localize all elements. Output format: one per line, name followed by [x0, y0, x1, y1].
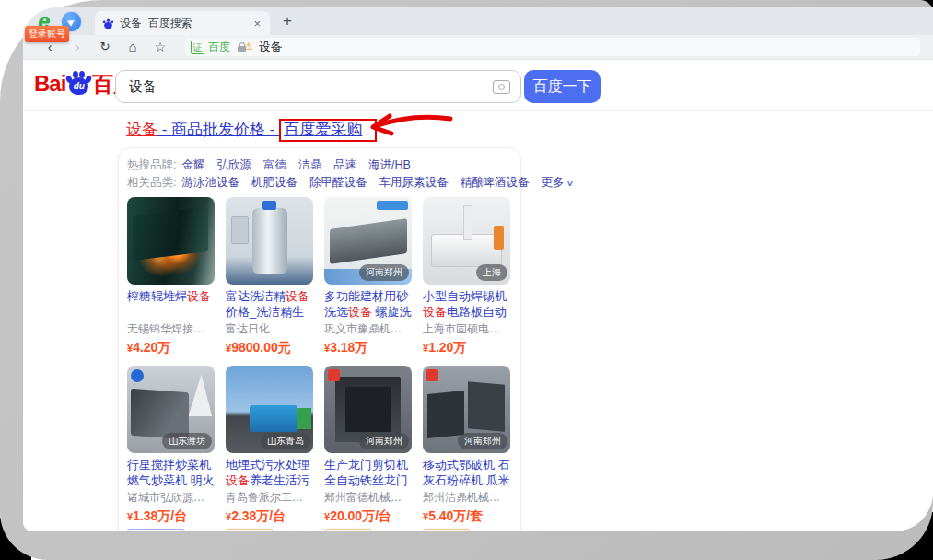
tab-title: 设备_百度搜索: [120, 16, 251, 31]
product-card[interactable]: 山东青岛 地埋式污水处理设备养老生活污水处... 青岛鲁派尔工业装... ¥2.…: [226, 366, 313, 531]
price: ¥5.40万/套: [423, 508, 510, 525]
product-card[interactable]: 河南郑州 生产龙门剪切机 全自动铁丝龙门剪 ... 郑州富德机械设备... ¥2…: [324, 366, 412, 531]
price: ¥1.20万: [423, 339, 510, 356]
more-dropdown[interactable]: 更多 ∨: [541, 175, 573, 191]
product-title[interactable]: 小型自动焊锡机设备电路板自动焊锡...: [423, 288, 510, 320]
refresh-icon[interactable]: ↻: [91, 38, 119, 56]
address-bar[interactable]: 证 百度 ⚠ 设备: [185, 38, 920, 56]
hot-brands-row: 热搜品牌: 金耀弘欣源富德洁鼎品速海进/HB: [127, 157, 512, 174]
login-account-badge[interactable]: 登录账号: [25, 26, 69, 42]
company-name: 青岛鲁派尔工业装...: [226, 490, 313, 506]
product-photo: 河南郑州: [423, 366, 510, 453]
filter-link[interactable]: 富德: [263, 158, 286, 171]
site-name: 百度: [208, 40, 230, 55]
home-icon[interactable]: ⌂: [119, 38, 146, 56]
filter-link[interactable]: 金耀: [181, 158, 204, 171]
product-title[interactable]: 富达洗洁精设备价格_洗洁精生产设备...: [226, 288, 313, 320]
company-name: 富达日化: [226, 321, 313, 337]
company-name: 郑州洁鼎机械设备...: [423, 490, 510, 506]
highlighted-keyword: 设备: [126, 121, 157, 138]
baidu-serp-page: Bai du 百度 百度一下 设备 - 商品批发价格 - 百度爱采购: [23, 60, 933, 531]
filter-link[interactable]: 车用尿素设备: [379, 176, 448, 189]
price: ¥2.38万/台: [226, 508, 313, 525]
photo-shape: [431, 234, 503, 267]
product-title[interactable]: 行星搅拌炒菜机 燃气炒菜机 明火爆...: [127, 457, 215, 488]
photo-shape: [427, 390, 464, 438]
certification-badge: 实地验商: [226, 529, 274, 531]
search-box: [115, 70, 521, 103]
photo-shape: [131, 388, 189, 439]
filter-link[interactable]: 精酿啤酒设备: [460, 176, 529, 189]
price: ¥1.38万/台: [127, 508, 215, 525]
product-card[interactable]: 榨糖辊堆焊设备 无锡锦华焊接科技... ¥4.20万: [127, 197, 215, 356]
location-badge: 河南郑州: [359, 264, 409, 281]
result-title-link[interactable]: 设备 - 商品批发价格 - 百度爱采购: [126, 118, 933, 141]
categories-row: 相关品类: 游泳池设备机肥设备除甲醛设备车用尿素设备精酿啤酒设备 更多 ∨: [127, 174, 512, 192]
screenshot-canvas: e ▶ 设备_百度搜索 × + ‹ › ↻ ⌂ ☆ 证 百度: [0, 0, 933, 560]
brand-links: 金耀弘欣源富德洁鼎品速海进/HB: [181, 158, 422, 173]
bookmark-star-icon[interactable]: ☆: [146, 38, 174, 56]
more-label: 更多: [541, 175, 564, 191]
company-name: 上海市固硕电子科...: [423, 321, 510, 337]
tab-bar: e ▶ 设备_百度搜索 × +: [23, 7, 933, 35]
certification-badge: 实地验厂: [324, 529, 372, 531]
tab-baidu-search[interactable]: 设备_百度搜索 ×: [95, 11, 270, 35]
location-badge: 山东青岛: [261, 433, 310, 449]
location-badge: 河南郑州: [458, 433, 507, 449]
chevron-down-icon: ∨: [566, 178, 575, 188]
product-title[interactable]: 生产龙门剪切机 全自动铁丝龙门剪 ...: [324, 457, 412, 488]
search-button[interactable]: 百度一下: [524, 70, 601, 103]
filter-link[interactable]: 机肥设备: [251, 176, 297, 189]
search-input[interactable]: [115, 70, 521, 103]
product-photo: 河南郑州: [324, 366, 412, 453]
product-photo: 山东潍坊: [127, 366, 215, 453]
category-links: 游泳池设备机肥设备除甲醛设备车用尿素设备精酿啤酒设备: [181, 175, 541, 191]
product-photo: [127, 197, 215, 285]
product-card[interactable]: 上海 小型自动焊锡机设备电路板自动焊锡... 上海市固硕电子科... ¥1.20…: [423, 197, 510, 356]
product-title[interactable]: 多功能建材用砂洗选设备 螺旋洗砂机...: [324, 288, 412, 320]
photo-shape: [133, 206, 208, 261]
product-card[interactable]: 富达洗洁精设备价格_洗洁精生产设备... 富达日化 ¥9800.00元: [226, 197, 313, 356]
photo-shape: [252, 208, 287, 273]
close-icon[interactable]: ×: [251, 17, 262, 30]
product-title[interactable]: 地埋式污水处理设备养老生活污水处...: [226, 457, 313, 488]
location-badge: 山东潍坊: [162, 433, 212, 449]
product-card[interactable]: 山东潍坊 行星搅拌炒菜机 燃气炒菜机 明火爆... 诸城市弘欣源食品... ¥1…: [127, 366, 215, 531]
camera-icon[interactable]: [493, 80, 510, 94]
product-card[interactable]: 河南郑州 多功能建材用砂洗选设备 螺旋洗砂机... 巩义市豫鼎机械制... ¥3…: [324, 197, 412, 356]
product-grid: 榨糖辊堆焊设备 无锡锦华焊接科技... ¥4.20万 富达洗洁精设备价格_洗洁精…: [127, 197, 512, 531]
aicaigou-card: 热搜品牌: 金耀弘欣源富德洁鼎品速海进/HB 相关品类: 游泳池设备机肥设备除甲…: [118, 147, 521, 531]
filter-link[interactable]: 品速: [333, 158, 356, 171]
certification-badge: 实地验商: [423, 529, 471, 531]
baidu-paw-favicon: [102, 18, 114, 29]
certification-badge: 真实性认证: [127, 529, 185, 531]
serp-header: Bai du 百度 百度一下: [23, 60, 933, 111]
product-card[interactable]: 河南郑州 移动式鄂破机 石灰石粉碎机 瓜米石... 郑州洁鼎机械设备... ¥5…: [423, 366, 510, 531]
certificate-icon: 证: [191, 41, 204, 54]
product-photo: 山东青岛: [226, 366, 313, 453]
lock-icon: [237, 41, 247, 52]
product-title[interactable]: 榨糖辊堆焊设备: [127, 288, 215, 320]
filter-link[interactable]: 洁鼎: [298, 158, 321, 171]
filter-link[interactable]: 除甲醛设备: [309, 176, 367, 189]
price: ¥4.20万: [127, 339, 215, 356]
photo-shape: [250, 405, 297, 432]
price: ¥20.00万/台: [324, 508, 412, 525]
new-tab-button[interactable]: +: [283, 14, 292, 29]
company-name: 巩义市豫鼎机械制...: [324, 321, 412, 337]
product-photo: [226, 197, 313, 285]
product-photo: 河南郑州: [324, 197, 412, 285]
price: ¥9800.00元: [226, 339, 313, 356]
product-photo: 上海: [423, 197, 510, 285]
result-title-text: - 商品批发价格 -: [157, 121, 279, 138]
company-name: 郑州富德机械设备...: [324, 490, 412, 506]
browser-toolbar: ‹ › ↻ ⌂ ☆ 证 百度 ⚠ 设备: [23, 35, 933, 60]
address-query-text: 设备: [259, 40, 282, 55]
filter-link[interactable]: 弘欣源: [216, 158, 251, 171]
filter-link[interactable]: 海进/HB: [368, 158, 411, 171]
browser-window: e ▶ 设备_百度搜索 × + ‹ › ↻ ⌂ ☆ 证 百度: [23, 7, 933, 531]
filter-link[interactable]: 游泳池设备: [181, 176, 239, 189]
categories-label: 相关品类:: [127, 175, 176, 191]
product-title[interactable]: 移动式鄂破机 石灰石粉碎机 瓜米石...: [423, 457, 510, 488]
price: ¥3.18万: [324, 339, 412, 356]
